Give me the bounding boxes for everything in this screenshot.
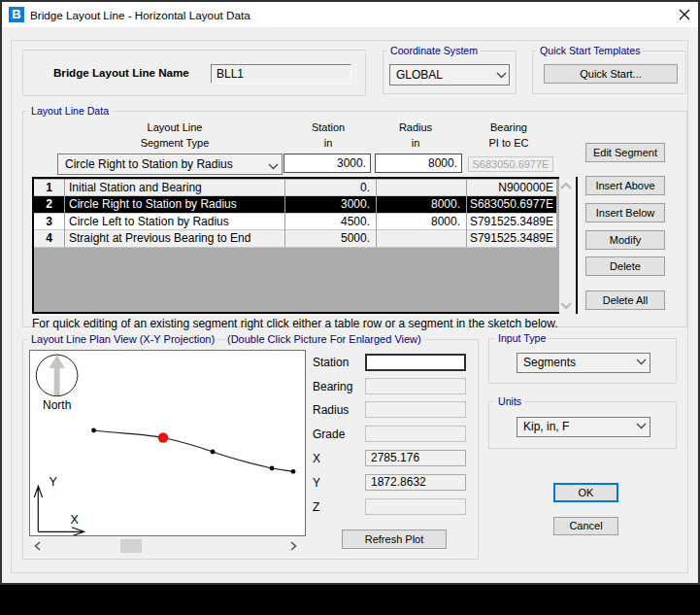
svg-text:X: X [71, 513, 80, 527]
svg-text:Y: Y [50, 475, 58, 489]
